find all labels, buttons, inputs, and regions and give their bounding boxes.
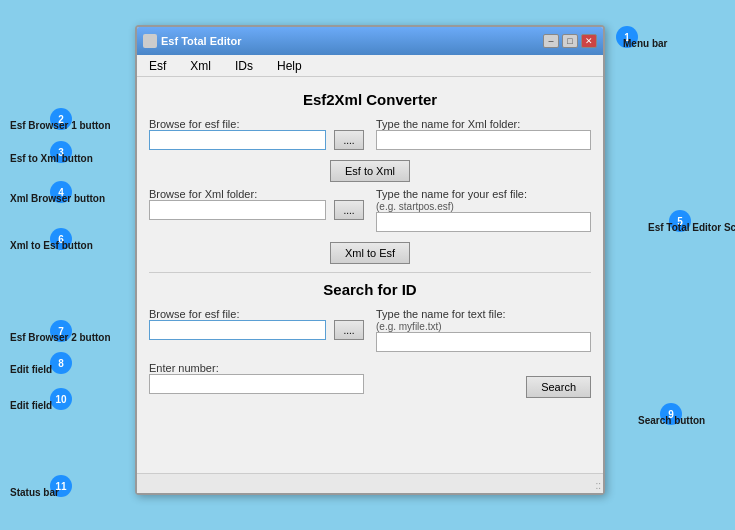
menu-esf[interactable]: Esf — [145, 57, 170, 75]
window-controls: – □ ✕ — [543, 34, 597, 48]
esf-name-row — [376, 212, 591, 232]
menu-help[interactable]: Help — [273, 57, 306, 75]
annotation-3-label: Esf to Xml button — [10, 153, 93, 164]
esf2xml-section: Esf2Xml Converter Browse for esf file: .… — [149, 91, 591, 264]
text-file-label: Type the name for text file: — [376, 308, 591, 320]
section-divider — [149, 272, 591, 273]
annotation-6-label: Xml to Esf button — [10, 240, 93, 251]
text-file-col: Type the name for text file: (e.g. myfil… — [376, 308, 591, 356]
search-btn-col: Search — [376, 362, 591, 398]
annotation-5-label: Esf Total Editor Screen — [648, 222, 735, 233]
annotation-9-label: Search button — [638, 415, 705, 426]
esf-browse-col: Browse for esf file: .... — [149, 118, 364, 154]
xml-browse-button[interactable]: .... — [334, 200, 364, 220]
xml-folder-input[interactable] — [376, 130, 591, 150]
esf-name-label: Type the name for your esf file: — [376, 188, 591, 200]
xml-folder-label: Type the name for Xml folder: — [376, 118, 591, 130]
text-file-hint: (e.g. myfile.txt) — [376, 321, 591, 332]
esf-to-xml-btn-row: Esf to Xml — [149, 160, 591, 182]
search-button[interactable]: Search — [526, 376, 591, 398]
search-esf-label: Browse for esf file: — [149, 308, 364, 320]
annotation-7-label: Esf Browser 2 button — [10, 332, 111, 343]
search-esf-input[interactable] — [149, 320, 326, 340]
esf-browse-label: Browse for esf file: — [149, 118, 364, 130]
main-window: Esf Total Editor – □ ✕ Esf Xml IDs Help … — [135, 25, 605, 495]
search-esf-row: .... — [149, 320, 364, 340]
annotation-8-label: Edit field — [10, 364, 52, 375]
annotation-10-label: Edit field — [10, 400, 52, 411]
minimize-button[interactable]: – — [543, 34, 559, 48]
esf-browse-row: .... — [149, 130, 364, 150]
menu-bar: Esf Xml IDs Help — [137, 55, 603, 77]
title-bar: Esf Total Editor – □ ✕ — [137, 27, 603, 55]
close-button[interactable]: ✕ — [581, 34, 597, 48]
text-file-input[interactable] — [376, 332, 591, 352]
xml-browse-label: Browse for Xml folder: — [149, 188, 364, 200]
esf-to-xml-button[interactable]: Esf to Xml — [330, 160, 410, 182]
esf-file-input[interactable] — [149, 130, 326, 150]
xml-folder-col: Type the name for Xml folder: — [376, 118, 591, 154]
content-area: Esf2Xml Converter Browse for esf file: .… — [137, 77, 603, 473]
esf2xml-title: Esf2Xml Converter — [149, 91, 591, 108]
search-top-row: Browse for esf file: .... Type the name … — [149, 308, 591, 356]
xml-to-esf-btn-row: Xml to Esf — [149, 242, 591, 264]
annotation-2-label: Esf Browser 1 button — [10, 120, 111, 131]
xml-browse-input[interactable] — [149, 200, 326, 220]
enter-number-row — [149, 374, 364, 394]
enter-number-col: Enter number: — [149, 362, 364, 398]
xml-browse-row: .... — [149, 200, 364, 220]
enter-number-label: Enter number: — [149, 362, 364, 374]
menu-ids[interactable]: IDs — [231, 57, 257, 75]
xml-to-esf-button[interactable]: Xml to Esf — [330, 242, 410, 264]
search-section: Search for ID Browse for esf file: .... … — [149, 281, 591, 398]
esf2xml-top-row: Browse for esf file: .... Type the name … — [149, 118, 591, 154]
resize-handle: :: — [595, 480, 601, 491]
esf-name-input[interactable] — [376, 212, 591, 232]
esf-name-col: Type the name for your esf file: (e.g. s… — [376, 188, 591, 236]
annotation-1-label: Menu bar — [623, 38, 667, 49]
search-title: Search for ID — [149, 281, 591, 298]
menu-xml[interactable]: Xml — [186, 57, 215, 75]
annotation-10-circle: 10 — [50, 388, 72, 410]
text-file-row — [376, 332, 591, 352]
search-esf-browse-button[interactable]: .... — [334, 320, 364, 340]
search-esf-col: Browse for esf file: .... — [149, 308, 364, 356]
xml-browse-col: Browse for Xml folder: .... — [149, 188, 364, 236]
xml-folder-row — [376, 130, 591, 150]
annotation-8-circle: 8 — [50, 352, 72, 374]
esf-browse-button[interactable]: .... — [334, 130, 364, 150]
enter-number-input[interactable] — [149, 374, 364, 394]
search-bottom-row: Enter number: Search — [149, 362, 591, 398]
esf-name-hint: (e.g. startpos.esf) — [376, 201, 591, 212]
maximize-button[interactable]: □ — [562, 34, 578, 48]
annotation-4-label: Xml Browser button — [10, 193, 105, 204]
window-icon — [143, 34, 157, 48]
annotation-11-label: Status bar — [10, 487, 59, 498]
window-title: Esf Total Editor — [161, 35, 241, 47]
esf2xml-bottom-row: Browse for Xml folder: .... Type the nam… — [149, 188, 591, 236]
status-bar: :: — [137, 473, 603, 493]
